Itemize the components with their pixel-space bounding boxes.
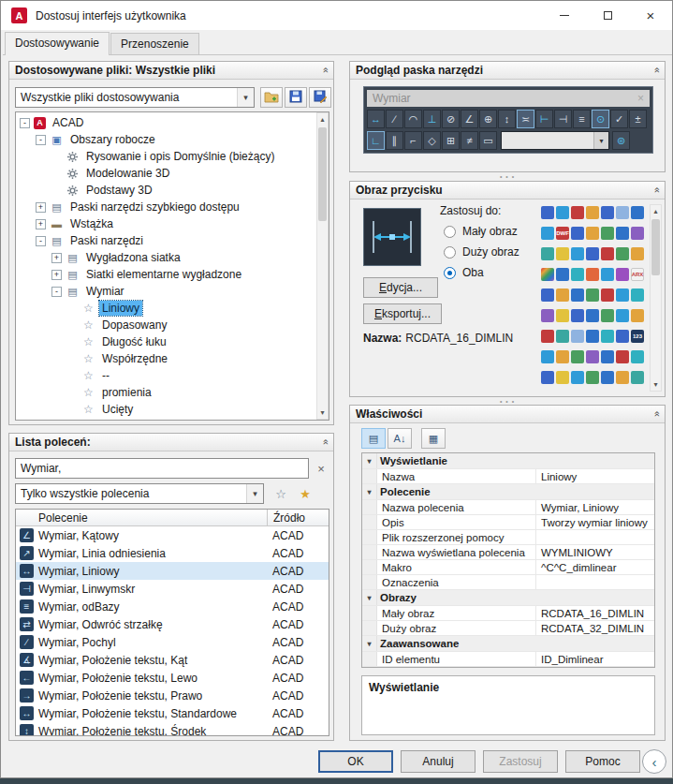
library-icon[interactable]	[601, 268, 614, 281]
library-icon[interactable]	[586, 206, 599, 219]
library-icon[interactable]	[556, 268, 569, 281]
preview-tool-button[interactable]: ⊢	[535, 110, 553, 128]
panel-splitter[interactable]: • • •	[349, 173, 666, 181]
customization-file-select[interactable]: Wszystkie pliki dostosowywania ▾	[15, 87, 255, 108]
property-value[interactable]: Liniowy	[536, 469, 654, 483]
tree-item[interactable]: -AACAD	[16, 114, 329, 131]
tree-item-label[interactable]: Wygładzona siatka	[83, 250, 183, 265]
command-row[interactable]: ≡Wymiar, odBazyACAD	[16, 598, 329, 615]
library-icon[interactable]	[631, 206, 644, 219]
tree-item-label[interactable]: ACAD	[50, 115, 86, 130]
tree-item-label[interactable]: Podstawy 3D	[83, 183, 155, 198]
library-icon[interactable]	[601, 330, 614, 343]
tree-item[interactable]: +▤Paski narzędzi szybkiego dostępu	[16, 199, 329, 215]
library-icon[interactable]: ARX	[631, 268, 644, 281]
tree-item[interactable]: ☆promienia	[16, 384, 329, 401]
save-file-button[interactable]	[285, 87, 307, 108]
collapse-panel-icon[interactable]: »	[651, 411, 662, 417]
library-icon[interactable]	[586, 309, 599, 322]
property-row[interactable]: Mały obrazRCDATA_16_DIMLIN	[362, 606, 654, 621]
library-icon[interactable]	[586, 371, 599, 384]
library-icon[interactable]	[556, 350, 569, 363]
tree-expander-icon[interactable]: +	[51, 270, 62, 280]
tree-item[interactable]: +▤Wygładzona siatka	[16, 249, 329, 266]
property-page-button[interactable]: ▦	[421, 428, 446, 449]
tree-item[interactable]: ☆Współrzędne	[16, 350, 329, 367]
tree-expander-icon[interactable]: -	[51, 287, 62, 297]
tree-item-label[interactable]: Ucięty	[99, 402, 136, 417]
preview-tool-button[interactable]: ∕	[386, 110, 403, 128]
preview-tool-button[interactable]: ⌐	[404, 131, 422, 150]
preview-tool-button[interactable]: ⊕	[479, 110, 497, 128]
tree-scrollbar-thumb[interactable]	[318, 127, 327, 221]
tree-item[interactable]: Modelowanie 3D	[16, 165, 329, 182]
tree-item[interactable]: -▤Wymiar	[16, 283, 329, 300]
command-row[interactable]: ∡Wymiar, Położenie tekstu, KątACAD	[16, 651, 329, 669]
property-value[interactable]	[536, 575, 654, 589]
apply-button[interactable]: Zastosuj	[483, 750, 558, 773]
tree-item-label[interactable]: Obszary robocze	[67, 132, 158, 147]
property-row[interactable]: ID elementuID_Dimlinear	[362, 652, 654, 667]
tree-item[interactable]: ☆Długość łuku	[16, 333, 329, 350]
library-icon[interactable]	[616, 309, 629, 322]
tree-item[interactable]: ☆--	[16, 367, 329, 384]
library-icon[interactable]	[541, 288, 554, 302]
save-as-button[interactable]	[309, 87, 331, 108]
command-row[interactable]: ↔Wymiar, Położenie tekstu, StandardoweAC…	[16, 704, 329, 722]
image-grid-scrollbar[interactable]: ▴ ▾	[650, 204, 662, 392]
scroll-up-icon[interactable]: ▴	[317, 113, 328, 126]
library-icon[interactable]	[586, 227, 599, 240]
preview-tool-button[interactable]: ≡	[573, 110, 591, 128]
library-icon[interactable]	[571, 288, 584, 302]
tree-item-label[interactable]: Paski narzędzi	[67, 233, 146, 248]
preview-tool-button[interactable]: ∠	[461, 110, 478, 128]
preview-tool-button[interactable]: ⊚	[612, 131, 630, 150]
column-header-zrodlo[interactable]: Źródło	[267, 510, 329, 525]
preview-tool-button[interactable]: ±	[629, 110, 647, 128]
preview-tool-button[interactable]: ◠	[404, 110, 422, 128]
category-collapse-icon[interactable]: ▾	[362, 636, 377, 651]
library-icon[interactable]	[571, 350, 584, 363]
preview-tool-button[interactable]: ⊘	[442, 110, 460, 128]
property-value[interactable]: Wymiar, Liniowy	[536, 500, 654, 514]
property-row[interactable]: Makro^C^C_dimlinear	[362, 560, 654, 575]
tree-expander-icon[interactable]: -	[20, 118, 30, 128]
alphabetical-sort-button[interactable]: A↓	[388, 428, 412, 449]
property-value[interactable]: RCDATA_16_DIMLIN	[536, 606, 654, 620]
library-icon[interactable]	[571, 268, 584, 281]
command-row[interactable]: ↔Wymiar, LiniowyACAD	[16, 562, 329, 580]
property-row[interactable]: Oznaczenia	[362, 575, 654, 590]
library-icon[interactable]	[571, 309, 584, 322]
tree-expander-icon[interactable]: -	[36, 236, 46, 246]
tree-item[interactable]: ☆Ucięty	[16, 401, 329, 418]
property-value[interactable]: ID_Dimlinear	[536, 652, 654, 666]
preview-tool-button[interactable]: ↔	[367, 110, 385, 128]
library-icon[interactable]	[556, 309, 569, 322]
library-icon[interactable]	[616, 206, 629, 219]
tree-item[interactable]: +▤Siatki elementarne wygładzone	[16, 266, 329, 283]
radio-option[interactable]: Mały obraz	[444, 221, 519, 242]
tree-expander-icon[interactable]: +	[36, 219, 46, 229]
library-icon[interactable]	[616, 350, 629, 363]
preview-dimstyle-select[interactable]: ▾	[501, 131, 609, 150]
tree-expander-icon[interactable]: +	[51, 253, 62, 263]
tree-item-label[interactable]: Wymiar	[83, 284, 127, 299]
library-icon[interactable]	[616, 330, 629, 343]
property-value[interactable]: Tworzy wymiar liniowy	[536, 515, 654, 529]
library-icon[interactable]	[616, 227, 629, 240]
library-icon[interactable]	[631, 371, 644, 384]
collapse-dialog-button[interactable]: ‹	[642, 749, 666, 774]
edit-image-button[interactable]: Edycja...	[363, 277, 438, 298]
tree-item[interactable]: +▬Wstążka	[16, 215, 329, 232]
category-collapse-icon[interactable]: ▾	[362, 484, 377, 499]
column-header-polecenie[interactable]: Polecenie	[16, 511, 267, 525]
collapse-panel-icon[interactable]: »	[319, 439, 330, 445]
tree-item-label[interactable]: Długość łuku	[99, 334, 169, 349]
radio-option[interactable]: Duży obraz	[444, 242, 519, 262]
collapse-panel-icon[interactable]: »	[319, 67, 330, 73]
library-icon[interactable]	[556, 288, 569, 302]
library-icon[interactable]	[556, 371, 569, 384]
maximize-button[interactable]	[586, 1, 629, 30]
command-filter-select[interactable]: Tylko wszystkie polecenia ▾	[15, 483, 264, 504]
tree-item-label[interactable]: Paski narzędzi szybkiego dostępu	[67, 200, 242, 214]
